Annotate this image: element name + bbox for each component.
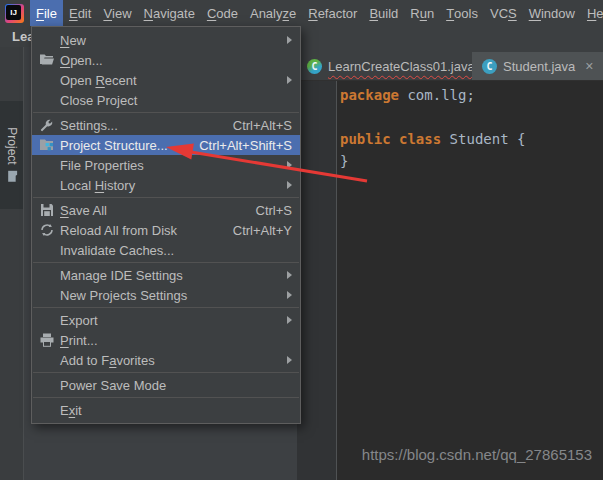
menubar-item-vcs[interactable]: VCS — [484, 0, 523, 26]
menu-item-label: Export — [60, 313, 98, 328]
menu-item-label: Project Structure... — [60, 138, 168, 153]
submenu-arrow-icon — [287, 181, 292, 189]
file-menu-item-project-structure[interactable]: Project Structure...Ctrl+Alt+Shift+S — [32, 135, 300, 155]
file-menu-item-open[interactable]: Open... — [32, 50, 300, 70]
menu-item-label: Open Recent — [60, 73, 137, 88]
folder-open-icon — [38, 52, 55, 68]
close-icon[interactable]: × — [585, 59, 593, 73]
project-tool-button[interactable]: Project — [0, 101, 23, 209]
menubar-item-file[interactable]: File — [30, 0, 63, 26]
code-editor[interactable]: package com.llg;public class Student {} — [337, 81, 603, 480]
refresh-icon — [38, 222, 55, 238]
menubar-item-code[interactable]: Code — [201, 0, 244, 26]
menu-item-label: Print... — [60, 333, 98, 348]
wrench-icon — [38, 117, 55, 133]
menu-icon-spacer — [38, 92, 55, 108]
submenu-arrow-container — [287, 181, 292, 189]
menu-icon-spacer — [38, 177, 55, 193]
submenu-arrow-container — [287, 76, 292, 84]
menu-icon-spacer — [38, 242, 55, 258]
menubar-item-window[interactable]: Window — [523, 0, 581, 26]
editor-tab-learncreateclass01-java[interactable]: CLearnCreateClass01.java× — [297, 52, 472, 80]
file-menu-item-new[interactable]: New — [32, 30, 300, 50]
menubar-item-tools[interactable]: Tools — [440, 0, 484, 26]
menu-separator — [33, 197, 299, 198]
submenu-arrow-icon — [287, 161, 292, 169]
menu-item-label: Close Project — [60, 93, 137, 108]
file-menu-item-reload-all-from-disk[interactable]: Reload All from DiskCtrl+Alt+Y — [32, 220, 300, 240]
code-token: } — [340, 153, 348, 169]
menu-item-shortcut: Ctrl+S — [256, 203, 292, 218]
menu-item-label: Save All — [60, 203, 107, 218]
file-menu-item-manage-ide-settings[interactable]: Manage IDE Settings — [32, 265, 300, 285]
menu-item-label: New Projects Settings — [60, 288, 187, 303]
editor-tab-bar: CLearnCreateClass01.java×CStudent.java× — [297, 47, 603, 81]
submenu-arrow-container — [287, 356, 292, 364]
menubar-item-navigate[interactable]: Navigate — [138, 0, 201, 26]
folder-icon — [5, 171, 19, 183]
menu-separator — [33, 372, 299, 373]
submenu-arrow-icon — [287, 291, 292, 299]
file-menu-item-settings[interactable]: Settings...Ctrl+Alt+S — [32, 115, 300, 135]
file-menu-item-print[interactable]: Print... — [32, 330, 300, 350]
menubar-item-analyze[interactable]: Analyze — [244, 0, 302, 26]
menu-item-label: Manage IDE Settings — [60, 268, 183, 283]
menu-item-label: New — [60, 33, 86, 48]
file-menu-item-add-to-favorites[interactable]: Add to Favorites — [32, 350, 300, 370]
submenu-arrow-icon — [287, 356, 292, 364]
code-token: Student { — [441, 131, 525, 147]
menu-bar: IJ FileEditViewNavigateCodeAnalyzeRefact… — [0, 0, 603, 26]
code-line — [340, 106, 603, 128]
tool-window-stripe: Project — [0, 47, 24, 480]
intellij-logo-text: IJ — [6, 5, 21, 20]
menubar-item-help[interactable]: Help — [581, 0, 603, 26]
submenu-arrow-icon — [287, 36, 292, 44]
submenu-arrow-container — [287, 271, 292, 279]
menu-item-shortcut: Ctrl+Alt+S — [233, 118, 292, 133]
menubar-item-edit[interactable]: Edit — [63, 0, 97, 26]
file-menu-item-export[interactable]: Export — [32, 310, 300, 330]
file-menu-item-new-projects-settings[interactable]: New Projects Settings — [32, 285, 300, 305]
menubar-item-view[interactable]: View — [97, 0, 137, 26]
file-menu-item-local-history[interactable]: Local History — [32, 175, 300, 195]
menu-icon-spacer — [38, 402, 55, 418]
project-structure-icon — [38, 137, 55, 153]
file-menu-dropdown: NewOpen...Open RecentClose ProjectSettin… — [31, 26, 301, 424]
editor-body: package com.llg;public class Student {} — [297, 81, 603, 480]
menu-item-label: Settings... — [60, 118, 118, 133]
editor-gutter[interactable] — [297, 81, 337, 480]
intellij-window: IJ FileEditViewNavigateCodeAnalyzeRefact… — [0, 0, 603, 480]
menu-separator — [33, 397, 299, 398]
tab-label: Student.java — [503, 59, 575, 74]
code-line: } — [340, 150, 603, 172]
menubar-item-build[interactable]: Build — [363, 0, 404, 26]
menu-icon-spacer — [38, 377, 55, 393]
project-tool-button-inner: Project — [5, 127, 19, 182]
file-menu-item-save-all[interactable]: Save AllCtrl+S — [32, 200, 300, 220]
file-menu-item-open-recent[interactable]: Open Recent — [32, 70, 300, 90]
menubar-item-refactor[interactable]: Refactor — [302, 0, 363, 26]
menu-item-label: Power Save Mode — [60, 378, 166, 393]
submenu-arrow-icon — [287, 271, 292, 279]
watermark-url: https://blog.csdn.net/qq_27865153 — [362, 446, 592, 463]
code-token — [391, 131, 399, 147]
editor-tab-student-java[interactable]: CStudent.java× — [472, 52, 603, 80]
submenu-arrow-container — [287, 316, 292, 324]
submenu-arrow-container — [287, 161, 292, 169]
menu-icon-spacer — [38, 72, 55, 88]
intellij-logo-icon[interactable]: IJ — [5, 4, 24, 23]
menu-icon-spacer — [38, 157, 55, 173]
code-line: public class Student { — [340, 128, 603, 150]
menu-icon-spacer — [38, 32, 55, 48]
menu-item-label: Reload All from Disk — [60, 223, 177, 238]
submenu-arrow-container — [287, 36, 292, 44]
submenu-arrow-icon — [287, 76, 292, 84]
file-menu-item-power-save-mode[interactable]: Power Save Mode — [32, 375, 300, 395]
menu-item-label: Local History — [60, 178, 135, 193]
file-menu-item-close-project[interactable]: Close Project — [32, 90, 300, 110]
project-tool-label: Project — [5, 127, 19, 164]
file-menu-item-exit[interactable]: Exit — [32, 400, 300, 420]
file-menu-item-file-properties[interactable]: File Properties — [32, 155, 300, 175]
file-menu-item-invalidate-caches[interactable]: Invalidate Caches... — [32, 240, 300, 260]
menubar-item-run[interactable]: Run — [404, 0, 440, 26]
